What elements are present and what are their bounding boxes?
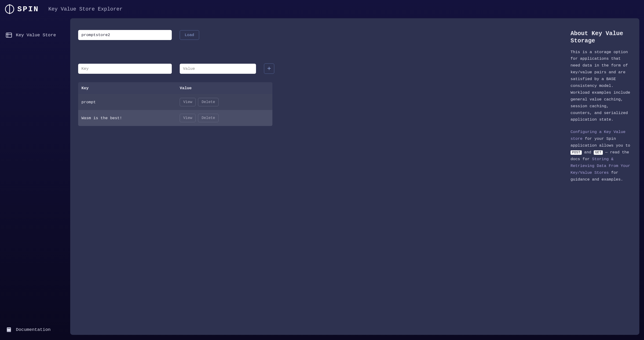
sidebar-item-label: Key Value Store	[16, 33, 56, 38]
sidebar-item-documentation[interactable]: Documentation	[5, 324, 66, 335]
post-badge: POST	[570, 150, 582, 155]
delete-button[interactable]: Delete	[198, 114, 218, 122]
delete-button[interactable]: Delete	[198, 98, 218, 106]
about-panel: About Key Value Storage This is a storag…	[570, 30, 631, 328]
kv-table: Key Value promptViewDeleteWasm is the be…	[78, 82, 272, 126]
add-button[interactable]	[264, 64, 274, 74]
table-cell-key: Wasm is the best!	[82, 116, 180, 120]
sidebar-top: Key Value Store	[5, 30, 66, 40]
store-name-input[interactable]	[78, 30, 172, 40]
book-icon	[6, 326, 12, 333]
layout: Key Value Store Documentation Load	[0, 18, 644, 339]
load-button[interactable]: Load	[180, 30, 199, 40]
app-header: SPIN Key Value Store Explorer	[0, 0, 644, 18]
table-row: promptViewDelete	[78, 94, 272, 110]
logo: SPIN	[5, 4, 39, 14]
column-header-key: Key	[82, 86, 180, 90]
view-button[interactable]: View	[180, 98, 196, 106]
table-cell-key: prompt	[82, 100, 180, 104]
kv-table-body: promptViewDeleteWasm is the best!ViewDel…	[78, 94, 272, 126]
value-input[interactable]	[180, 64, 256, 74]
plus-icon	[267, 66, 271, 71]
spin-logo-icon	[5, 4, 14, 14]
store-load-row: Load	[78, 30, 562, 40]
get-badge: GET	[594, 150, 603, 155]
about-text: This is a storage option for application…	[570, 49, 631, 183]
sidebar: Key Value Store Documentation	[0, 18, 70, 339]
sidebar-item-label: Documentation	[16, 327, 50, 332]
about-text-span: and	[582, 150, 594, 155]
table-icon	[6, 32, 12, 38]
kv-table-header: Key Value	[78, 82, 272, 94]
content-area: Load Key Value	[78, 30, 562, 328]
column-header-value: Value	[180, 86, 269, 90]
page-title: Key Value Store Explorer	[48, 6, 122, 12]
svg-rect-6	[8, 328, 10, 329]
kv-input-row	[78, 64, 562, 74]
about-title: About Key Value Storage	[570, 30, 631, 45]
sidebar-bottom: Documentation	[5, 324, 66, 335]
view-button[interactable]: View	[180, 114, 196, 122]
about-para1: This is a storage option for application…	[570, 49, 631, 123]
sidebar-item-key-value-store[interactable]: Key Value Store	[5, 30, 66, 40]
table-cell-actions: ViewDelete	[180, 114, 269, 122]
main-panel: Load Key Value	[70, 18, 639, 335]
svg-rect-2	[6, 33, 12, 38]
svg-rect-7	[7, 331, 11, 332]
key-input[interactable]	[78, 64, 172, 74]
table-row: Wasm is the best!ViewDelete	[78, 110, 272, 126]
table-cell-actions: ViewDelete	[180, 98, 269, 106]
about-para2: Configuring a Key Value store for your S…	[570, 129, 631, 183]
logo-text: SPIN	[17, 5, 39, 14]
